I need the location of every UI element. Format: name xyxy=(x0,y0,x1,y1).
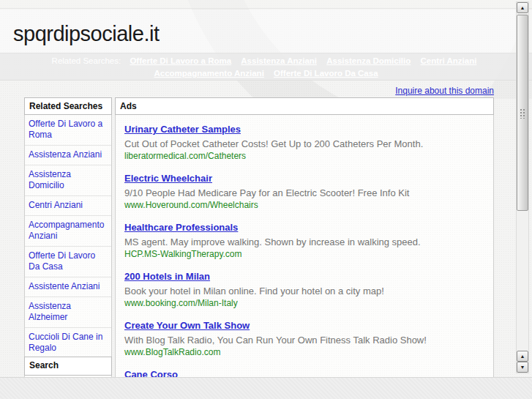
related-searches-sidebar: Related Searches Offerte Di Lavoro a Rom… xyxy=(24,97,112,399)
ad-display-url: www.booking.com/Milan-Italy xyxy=(124,297,484,309)
nav-related-search-link[interactable]: Accompagnamento Anziani xyxy=(154,69,263,78)
sidebar-related-search-link[interactable]: Assistenza Domicilio xyxy=(25,165,111,196)
related-searches-header: Related Searches xyxy=(24,97,112,115)
ads-header: Ads xyxy=(115,97,494,115)
top-strip xyxy=(0,0,532,9)
scroll-down-icon: ▼ xyxy=(520,365,525,370)
page-header: spqrdipsociale.it xyxy=(0,10,532,53)
ad-description: Cut Out of Pocket Catheter Costs! Get Up… xyxy=(124,138,484,150)
ad-description: With Blog Talk Radio, You Can Run Your O… xyxy=(124,334,484,346)
sidebar-related-search-link[interactable]: Cuccioli Di Cane in Regalo xyxy=(25,328,111,359)
ad-description: Book your hotel in Milan online. Find yo… xyxy=(124,285,484,297)
nav-related-search-link[interactable]: Offerte Di Lavoro a Roma xyxy=(130,56,231,65)
scroll-up-icon: ▲ xyxy=(520,354,525,359)
nav-related-search-link[interactable]: Assistenza Domicilio xyxy=(326,56,411,65)
sidebar-related-search-link[interactable]: Assistenza Alzheimer xyxy=(25,297,111,328)
scrollbar-grip-icon xyxy=(520,108,526,119)
ad-title-link[interactable]: Electric Wheelchair xyxy=(124,172,212,185)
search-panel: Search xyxy=(24,357,112,376)
vertical-scrollbar[interactable]: ▲ ▲ ▼ xyxy=(516,1,529,373)
inquire-row: Inquire about this domain xyxy=(395,83,494,97)
scroll-down-button[interactable]: ▼ xyxy=(517,362,528,373)
inquire-about-domain-link[interactable]: Inquire about this domain xyxy=(395,86,494,96)
scroll-up-icon: ▲ xyxy=(520,5,525,10)
nav-related-search-link[interactable]: Assistenza Anziani xyxy=(241,56,317,65)
sidebar-related-search-link[interactable]: Assistenza Anziani xyxy=(25,146,111,165)
ad-title-link[interactable]: Create Your Own Talk Show xyxy=(124,319,250,332)
sidebar-related-search-link[interactable]: Accompagnamento Anziani xyxy=(25,216,111,247)
sidebar-related-search-link[interactable]: Offerte Di Lavoro a Roma xyxy=(25,115,111,146)
ad-title-link[interactable]: Urinary Catheter Samples xyxy=(124,123,241,136)
scrollbar-thumb[interactable] xyxy=(517,15,528,211)
ad-listing: Create Your Own Talk Show With Blog Talk… xyxy=(124,318,484,358)
ad-listing: Urinary Catheter Samples Cut Out of Pock… xyxy=(124,122,484,162)
nav-related-search-link[interactable]: Offerte Di Lavoro Da Casa xyxy=(274,69,378,78)
scrollbar-bottom-buttons: ▲ ▼ xyxy=(517,351,528,373)
ad-listing: 200 Hotels in Milan Book your hotel in M… xyxy=(124,269,484,309)
sidebar-related-search-link[interactable]: Offerte Di Lavoro Da Casa xyxy=(25,247,111,277)
sidebar-related-search-link[interactable]: Assistente Anziani xyxy=(25,277,111,297)
related-searches-navbar: Related Searches: Offerte Di Lavoro a Ro… xyxy=(0,53,532,81)
ad-description: MS agent. May improve walking. Shown by … xyxy=(124,236,484,248)
ad-display-url: HCP.MS-WalkingTherapy.com xyxy=(124,248,484,260)
nav-prefix-label: Related Searches: xyxy=(52,56,121,65)
scroll-up-button[interactable]: ▲ xyxy=(517,2,528,13)
ads-list: Urinary Catheter Samples Cut Out of Pock… xyxy=(115,115,494,379)
ad-display-url: liberatormedical.com/Catheters xyxy=(124,150,484,162)
ad-description: 9/10 People Had Medicare Pay for an Elec… xyxy=(124,187,484,199)
ad-display-url: www.Hoveround.com/Wheelchairs xyxy=(124,199,484,211)
scroll-up-button-bottom[interactable]: ▲ xyxy=(517,351,528,362)
parked-domain-page: { "header": { "domain_title": "spqrdipso… xyxy=(0,0,532,399)
ad-title-link[interactable]: Healthcare Professionals xyxy=(124,221,238,234)
page-footer xyxy=(0,377,532,399)
ad-display-url: www.BlogTalkRadio.com xyxy=(124,346,484,358)
ads-column: Ads Urinary Catheter Samples Cut Out of … xyxy=(115,97,494,379)
ad-listing: Healthcare Professionals MS agent. May i… xyxy=(124,220,484,260)
search-header: Search xyxy=(24,357,112,376)
sidebar-related-search-link[interactable]: Centri Anziani xyxy=(25,196,111,216)
domain-title: spqrdipsociale.it xyxy=(13,22,159,46)
nav-related-search-link[interactable]: Centri Anziani xyxy=(421,56,477,65)
ad-listing: Electric Wheelchair 9/10 People Had Medi… xyxy=(124,171,484,211)
ad-title-link[interactable]: 200 Hotels in Milan xyxy=(124,270,210,283)
